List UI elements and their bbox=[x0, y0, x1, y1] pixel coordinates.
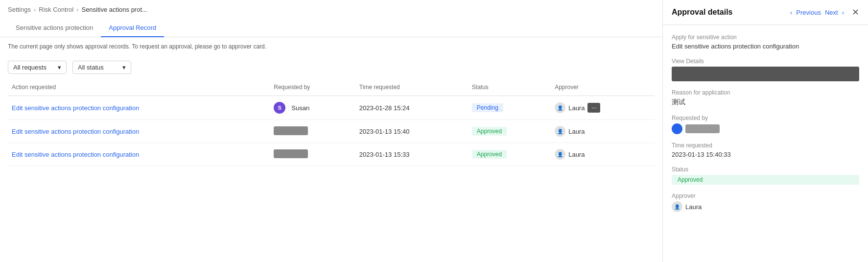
status-label: Status bbox=[672, 166, 859, 173]
name-1: Susan bbox=[291, 104, 309, 112]
next-button[interactable]: Next bbox=[825, 9, 838, 16]
req-avatar bbox=[672, 123, 682, 134]
approver-cell-1: 👤 Laura ··· bbox=[551, 96, 655, 120]
table-container: Action requested Requested by Time reque… bbox=[0, 79, 662, 262]
col-action: Action requested bbox=[8, 79, 270, 96]
filter-requests-label: All requests bbox=[13, 64, 47, 71]
tabs-container: Sensitive actions protection Approval Re… bbox=[0, 19, 662, 37]
approver-cell-2: 👤 Laura bbox=[551, 120, 655, 143]
table-row: Edit sensitive actions protection config… bbox=[8, 96, 655, 120]
previous-button[interactable]: Previous bbox=[796, 9, 821, 16]
next-icon: › bbox=[842, 9, 844, 16]
col-requested-by: Requested by bbox=[270, 79, 355, 96]
info-bar: The current page only shows approval rec… bbox=[0, 37, 662, 56]
redacted-bar-2 bbox=[274, 126, 308, 135]
close-button[interactable]: ✕ bbox=[852, 7, 859, 18]
status-cell-1: Pending bbox=[468, 96, 551, 120]
time-cell-1: 2023-01-28 15:24 bbox=[355, 96, 468, 120]
apply-label: Apply for sensitive action bbox=[672, 34, 859, 41]
approver-panel: 👤 Laura bbox=[672, 201, 859, 212]
status-badge-1: Pending bbox=[472, 103, 503, 112]
col-status: Status bbox=[468, 79, 551, 96]
approver-field: Approver 👤 Laura bbox=[672, 192, 859, 212]
approver-name-3: Laura bbox=[568, 151, 585, 158]
tab-sensitive-actions[interactable]: Sensitive actions protection bbox=[8, 19, 101, 37]
chevron-down-icon-2: ▾ bbox=[122, 64, 126, 71]
approver-label: Approver bbox=[672, 192, 859, 199]
view-details-field: View Details bbox=[672, 58, 859, 81]
status-badge-2: Approved bbox=[472, 127, 507, 136]
time-label: Time requested bbox=[672, 142, 859, 149]
breadcrumb-risk-control[interactable]: Risk Control bbox=[39, 6, 73, 13]
status-badge-3: Approved bbox=[472, 150, 507, 159]
approval-panel: Approval details ‹ Previous Next › ✕ App… bbox=[662, 0, 868, 262]
status-badge-panel: Approved bbox=[672, 175, 859, 185]
approver-name-1: Laura bbox=[568, 104, 585, 112]
time-cell-2: 2023-01-13 15:40 bbox=[355, 120, 468, 143]
action-cell-1[interactable]: Edit sensitive actions protection config… bbox=[8, 96, 270, 120]
tab-approval-record[interactable]: Approval Record bbox=[101, 19, 164, 37]
filters: All requests ▾ All status ▾ bbox=[0, 56, 662, 79]
approval-table: Action requested Requested by Time reque… bbox=[8, 79, 655, 166]
breadcrumb-sep1: › bbox=[34, 6, 36, 13]
breadcrumb-current: Sensitive actions prot... bbox=[81, 6, 147, 13]
action-cell-2[interactable]: Edit sensitive actions protection config… bbox=[8, 120, 270, 143]
requested-by-label: Requested by bbox=[672, 115, 859, 121]
prev-icon: ‹ bbox=[790, 9, 792, 16]
breadcrumb: Settings › Risk Control › Sensitive acti… bbox=[0, 0, 662, 19]
panel-nav: ‹ Previous Next › ✕ bbox=[790, 7, 859, 18]
status-cell-3: Approved bbox=[468, 143, 551, 166]
reason-value: 测试 bbox=[672, 98, 859, 107]
view-details-bar[interactable] bbox=[672, 67, 859, 81]
time-value: 2023-01-13 15:40:33 bbox=[672, 151, 859, 158]
approver-avatar-2: 👤 bbox=[555, 126, 565, 137]
view-details-label: View Details bbox=[672, 58, 859, 65]
breadcrumb-settings[interactable]: Settings bbox=[8, 6, 31, 13]
time-cell-3: 2023-01-13 15:33 bbox=[355, 143, 468, 166]
panel-body: Apply for sensitive action Edit sensitiv… bbox=[663, 25, 868, 221]
action-cell-3[interactable]: Edit sensitive actions protection config… bbox=[8, 143, 270, 166]
approver-panel-name: Laura bbox=[685, 203, 702, 211]
requested-by-cell-2 bbox=[270, 120, 355, 143]
filter-status-label: All status bbox=[78, 64, 104, 71]
panel-header: Approval details ‹ Previous Next › ✕ bbox=[663, 0, 868, 25]
apply-field: Apply for sensitive action Edit sensitiv… bbox=[672, 34, 859, 50]
requested-by-panel bbox=[672, 123, 859, 134]
approver-cell-3: 👤 Laura bbox=[551, 143, 655, 166]
reason-field: Reason for application 测试 bbox=[672, 89, 859, 107]
reason-label: Reason for application bbox=[672, 89, 859, 96]
table-row: Edit sensitive actions protection config… bbox=[8, 143, 655, 166]
approver-avatar-3: 👤 bbox=[555, 149, 565, 160]
approver-icon: 👤 bbox=[672, 201, 682, 212]
more-button-1[interactable]: ··· bbox=[587, 103, 600, 113]
approver-name-2: Laura bbox=[568, 128, 585, 135]
status-cell-2: Approved bbox=[468, 120, 551, 143]
status-field: Status Approved bbox=[672, 166, 859, 185]
chevron-down-icon: ▾ bbox=[58, 64, 61, 71]
requested-by-field: Requested by bbox=[672, 115, 859, 134]
req-redacted bbox=[685, 124, 720, 133]
requested-by-cell-1: S Susan bbox=[270, 96, 355, 120]
panel-title: Approval details bbox=[672, 8, 732, 17]
avatar-1: S bbox=[274, 102, 285, 114]
approver-avatar-1: 👤 bbox=[555, 102, 565, 113]
table-row: Edit sensitive actions protection config… bbox=[8, 120, 655, 143]
main-content: Settings › Risk Control › Sensitive acti… bbox=[0, 0, 662, 262]
col-time: Time requested bbox=[355, 79, 468, 96]
time-field: Time requested 2023-01-13 15:40:33 bbox=[672, 142, 859, 158]
filter-status[interactable]: All status ▾ bbox=[72, 61, 131, 74]
apply-value: Edit sensitive actions protection config… bbox=[672, 43, 859, 50]
breadcrumb-sep2: › bbox=[76, 6, 78, 13]
col-approver: Approver bbox=[551, 79, 655, 96]
filter-requests[interactable]: All requests ▾ bbox=[8, 61, 67, 74]
requested-by-cell-3 bbox=[270, 143, 355, 166]
redacted-bar-3 bbox=[274, 149, 308, 158]
